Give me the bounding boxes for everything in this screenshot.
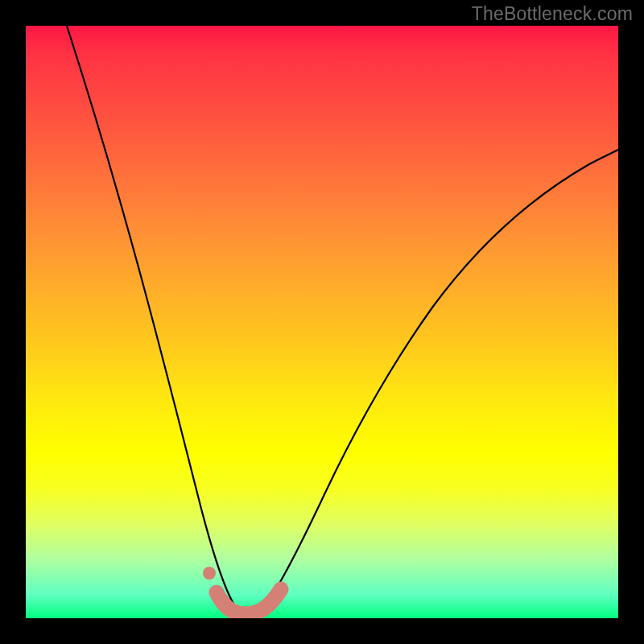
chart-frame: TheBottleneck.com <box>0 0 644 644</box>
plot-area <box>26 26 618 618</box>
watermark-text: TheBottleneck.com <box>472 3 633 25</box>
bottleneck-curve <box>67 26 618 615</box>
highlight-band <box>217 589 281 614</box>
highlight-dot <box>203 567 216 580</box>
curve-layer <box>26 26 618 618</box>
